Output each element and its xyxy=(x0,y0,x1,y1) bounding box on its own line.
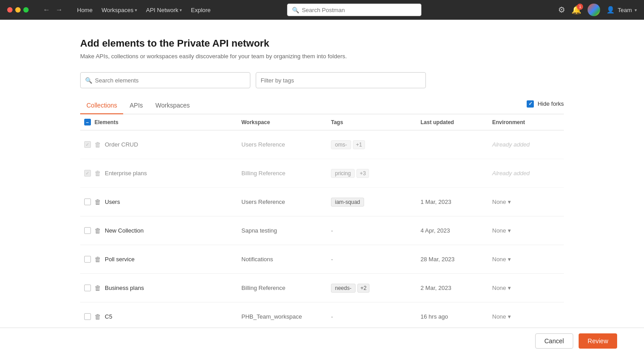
date-cell: 4 Apr, 2023 xyxy=(421,227,492,234)
collection-icon: 🗑 xyxy=(94,198,101,206)
table-header: Elements Workspace Tags Last updated Env… xyxy=(80,114,564,130)
close-window-btn[interactable] xyxy=(7,7,13,13)
row-checkbox-2[interactable] xyxy=(84,170,91,177)
element-name: Poll service xyxy=(105,256,134,263)
tags-cell: - xyxy=(331,227,421,234)
chevron-down-icon: ▾ xyxy=(508,313,511,320)
row-checkbox-7[interactable] xyxy=(84,313,91,320)
col-header-tags: Tags xyxy=(331,119,421,125)
row-checkbox-3[interactable] xyxy=(84,199,91,205)
element-name: Users xyxy=(105,199,120,205)
chevron-down-icon: ▾ xyxy=(508,227,511,234)
workspace-cell: Users Reference xyxy=(241,199,331,205)
row-checkbox-6[interactable] xyxy=(84,285,91,291)
collection-icon: 🗑 xyxy=(94,227,101,234)
tabs-row: Collections APIs Workspaces Hide forks xyxy=(80,97,564,114)
notifications-button[interactable]: 🔔 1 xyxy=(571,5,581,15)
table-row: 🗑 Poll service Notifications - 28 Mar, 2… xyxy=(80,245,564,274)
forward-button[interactable]: → xyxy=(54,4,64,16)
collection-icon: 🗑 xyxy=(94,313,101,320)
tags-cell: oms- +1 xyxy=(331,140,421,149)
environment-select-5[interactable]: None ▾ xyxy=(492,256,511,263)
postman-logo xyxy=(588,4,600,16)
row-checkbox-4[interactable] xyxy=(84,227,91,234)
search-elements-bar[interactable]: 🔍 xyxy=(80,72,250,88)
tags-cell: iam-squad xyxy=(331,198,421,207)
review-button[interactable]: Review xyxy=(579,333,617,349)
page-title: Add elements to the Private API network xyxy=(80,38,564,49)
back-button[interactable]: ← xyxy=(41,4,52,16)
search-elements-input[interactable] xyxy=(95,77,245,84)
workspace-cell: Billing Reference xyxy=(241,170,331,177)
minimize-window-btn[interactable] xyxy=(15,7,21,13)
tab-workspaces[interactable]: Workspaces xyxy=(149,97,196,114)
table-row: 🗑 Enterprise plans Billing Reference pri… xyxy=(80,159,564,188)
nav-workspaces[interactable]: Workspaces ▾ xyxy=(98,5,141,15)
chevron-down-icon: ▾ xyxy=(180,8,182,13)
environment-select-7[interactable]: None ▾ xyxy=(492,313,511,320)
search-elements-icon: 🔍 xyxy=(85,77,92,84)
table-row: 🗑 New Collection Sapna testing - 4 Apr, … xyxy=(80,216,564,245)
cancel-button[interactable]: Cancel xyxy=(535,333,574,349)
nav-links: Home Workspaces ▾ API Network ▾ Explore xyxy=(73,5,214,15)
table-container: Elements Workspace Tags Last updated Env… xyxy=(80,114,564,328)
workspace-cell: Billing Reference xyxy=(241,285,331,291)
table-row: 🗑 Business plans Billing Reference needs… xyxy=(80,274,564,302)
nav-explore[interactable]: Explore xyxy=(187,5,214,15)
workspace-cell: PHB_Team_workspace xyxy=(241,313,331,320)
tag-item: pricing xyxy=(331,169,355,178)
environment-select-3[interactable]: None ▾ xyxy=(492,199,511,205)
date-cell: 1 Mar, 2023 xyxy=(421,199,492,205)
tag-more: +3 xyxy=(356,169,369,178)
collection-icon: 🗑 xyxy=(94,169,101,177)
team-button[interactable]: 👤 Team ▾ xyxy=(606,6,637,14)
collection-icon: 🗑 xyxy=(94,141,101,148)
tag-more: +2 xyxy=(357,284,370,293)
nav-arrows: ← → xyxy=(41,4,64,16)
table-scroll[interactable]: 🗑 Order CRUD Users Reference oms- +1 Alr… xyxy=(80,130,564,328)
hide-forks-label: Hide forks xyxy=(537,100,564,107)
chevron-down-icon: ▾ xyxy=(508,285,511,291)
search-icon: 🔍 xyxy=(292,7,299,13)
element-name: C5 xyxy=(105,313,112,320)
environment-select-4[interactable]: None ▾ xyxy=(492,227,511,234)
settings-button[interactable]: ⚙ xyxy=(558,5,565,15)
col-header-workspace: Workspace xyxy=(241,119,331,125)
tags-cell: - xyxy=(331,313,421,320)
nav-home[interactable]: Home xyxy=(73,5,96,15)
row-checkbox-5[interactable] xyxy=(84,256,91,263)
select-all-checkbox[interactable] xyxy=(84,119,91,125)
table-row: 🗑 Users Users Reference iam-squad 1 Mar,… xyxy=(80,188,564,216)
topnav: ← → Home Workspaces ▾ API Network ▾ Expl… xyxy=(0,0,644,20)
tab-collections[interactable]: Collections xyxy=(80,97,123,114)
element-name: New Collection xyxy=(105,227,144,234)
col-header-elements: Elements xyxy=(94,119,241,125)
table-row: 🗑 C5 PHB_Team_workspace - 16 hrs ago Non… xyxy=(80,302,564,328)
global-search-input[interactable] xyxy=(302,7,416,13)
date-cell: 2 Mar, 2023 xyxy=(421,285,492,291)
element-name: Enterprise plans xyxy=(105,170,147,177)
col-header-last-updated: Last updated xyxy=(421,119,492,125)
filter-tags-bar[interactable] xyxy=(256,72,426,88)
filter-row: 🔍 xyxy=(80,72,564,88)
no-tags: - xyxy=(331,227,333,234)
date-cell: 16 hrs ago xyxy=(421,313,492,320)
tags-cell: pricing +3 xyxy=(331,169,421,178)
footer-buttons: Cancel Review xyxy=(0,328,644,354)
tags-cell: - xyxy=(331,256,421,263)
filter-tags-input[interactable] xyxy=(261,77,421,84)
date-cell: 28 Mar, 2023 xyxy=(421,256,492,263)
chevron-down-icon: ▾ xyxy=(635,8,637,13)
col-header-environment: Environment xyxy=(492,119,564,125)
hide-forks-checkbox[interactable] xyxy=(527,100,534,108)
element-name: Business plans xyxy=(105,285,144,291)
tab-apis[interactable]: APIs xyxy=(123,97,149,114)
row-checkbox-1[interactable] xyxy=(84,141,91,148)
global-search-bar[interactable]: 🔍 xyxy=(287,4,421,16)
maximize-window-btn[interactable] xyxy=(23,7,29,13)
nav-api-network[interactable]: API Network ▾ xyxy=(142,5,185,15)
already-added-label: Already added xyxy=(492,141,530,148)
nav-right: ⚙ 🔔 1 👤 Team ▾ xyxy=(558,4,637,16)
environment-select-6[interactable]: None ▾ xyxy=(492,285,511,291)
tag-item: needs- xyxy=(331,284,356,293)
